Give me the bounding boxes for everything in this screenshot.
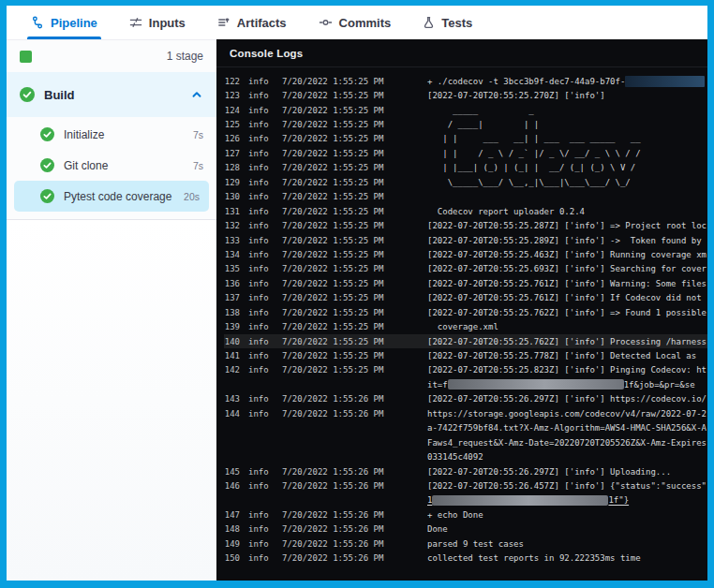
step-label: Git clone [64,159,108,172]
inputs-icon [129,16,142,29]
log-row[interactable]: 145info7/20/2022 1:55:26 PM[2022-07-20T2… [224,464,707,478]
log-row[interactable]: 126info7/20/2022 1:55:25 PM | | ___ __| … [224,132,707,146]
log-row[interactable]: 140info7/20/2022 1:55:25 PM[2022-07-20T2… [224,334,707,348]
log-row[interactable]: 131info7/20/2022 1:55:25 PM Codecov repo… [224,204,707,218]
log-level: info [248,106,271,115]
log-link[interactable]: it=f [427,380,448,390]
log-link[interactable]: https://codecov.io/ [610,394,707,404]
log-level: info [248,481,271,491]
log-link[interactable]: 1f"} [608,495,629,505]
log-row[interactable]: 132info7/20/2022 1:55:25 PM[2022-07-20T2… [224,218,707,232]
log-link[interactable]: 1f&job=&pr=&se [624,380,695,390]
tab-tests[interactable]: Tests [421,6,474,39]
log-message: 11f"} [427,495,707,506]
log-text: | | ___ __| | ___ ___ _____ __ [427,134,641,143]
log-row[interactable]: 134info7/20/2022 1:55:25 PM[2022-07-20T2… [224,247,707,261]
success-check-icon [40,127,54,141]
tab-commits[interactable]: Commits [317,6,394,39]
log-line-number: 127 [224,149,240,158]
log-link[interactable]: Faws4_request&X-Amz-Date=20220720T205526… [427,438,707,448]
tab-inputs[interactable]: Inputs [127,6,187,39]
log-timestamp: 7/20/2022 1:55:25 PM [282,163,427,172]
log-level: info [248,510,271,520]
tab-label: Pipeline [51,16,97,30]
log-message: collected test reports in 92.222353ms ti… [427,553,707,563]
log-row[interactable]: 130info7/20/2022 1:55:25 PM [224,190,707,204]
log-row[interactable]: 139info7/20/2022 1:55:25 PM coverage.xml [224,319,707,333]
stage-build-header[interactable]: Build [7,72,216,117]
log-row[interactable]: 148info7/20/2022 1:55:26 PMDone [224,522,707,537]
log-message: [2022-07-20T20:55:25.270Z] ['info'] [427,91,707,100]
log-level: info [248,467,271,477]
log-row[interactable]: 147info7/20/2022 1:55:26 PM+ echo Done [224,507,707,522]
log-row[interactable]: 137info7/20/2022 1:55:25 PM[2022-07-20T2… [224,291,707,305]
log-row[interactable]: a-7422f759bf84.txt?X-Amz-Algorithm=AWS4-… [224,421,707,435]
log-row[interactable]: 143info7/20/2022 1:55:26 PM[2022-07-20T2… [224,392,707,406]
log-row[interactable]: 129info7/20/2022 1:55:25 PM \_____\___/ … [224,175,707,189]
log-link[interactable]: ht [696,365,707,375]
log-level: info [248,539,271,549]
log-level: info [248,91,271,100]
log-line-number: 132 [224,221,240,230]
log-timestamp: 7/20/2022 1:55:25 PM [282,308,427,317]
log-link[interactable]: https://storage.googleapis.com/codecov/v… [427,409,707,419]
log-row[interactable]: 127info7/20/2022 1:55:25 PM | | / _ \ / … [224,146,707,160]
log-row[interactable]: 124info7/20/2022 1:55:25 PM _____ _ [224,103,707,117]
sidebar-empty-area [7,220,216,581]
log-row[interactable]: 138info7/20/2022 1:55:25 PM[2022-07-20T2… [224,305,707,319]
log-row[interactable]: 141info7/20/2022 1:55:25 PM[2022-07-20T2… [224,348,707,362]
log-row[interactable]: 150info7/20/2022 1:55:26 PMcollected tes… [224,551,707,565]
log-row[interactable]: 033145c4092 [224,449,707,463]
chevron-up-icon[interactable] [190,88,203,101]
log-timestamp: 7/20/2022 1:55:25 PM [282,106,427,115]
log-row[interactable]: 125info7/20/2022 1:55:25 PM / ____| | | [224,117,707,131]
log-row[interactable]: 135info7/20/2022 1:55:25 PM[2022-07-20T2… [224,262,707,276]
log-row[interactable]: 123info7/20/2022 1:55:25 PM[2022-07-20T2… [224,88,707,102]
log-row[interactable]: 128info7/20/2022 1:55:25 PM | |___| (_) … [224,161,707,175]
tab-pipeline[interactable]: Pipeline [29,6,99,39]
log-message: 033145c4092 [427,452,707,462]
log-line-number: 130 [224,192,240,201]
log-row[interactable]: 144info7/20/2022 1:55:26 PMhttps://stora… [224,406,707,420]
log-level: info [248,553,271,563]
log-row[interactable]: 149info7/20/2022 1:55:26 PMparsed 9 test… [224,537,707,551]
console-log-body[interactable]: 122info7/20/2022 1:55:25 PM+ ./codecov -… [216,67,707,581]
tab-artifacts[interactable]: Artifacts [216,6,289,39]
log-message: [2022-07-20T20:55:25.287Z] ['info'] => P… [427,221,707,230]
log-timestamp: 7/20/2022 1:55:26 PM [282,524,427,534]
log-row[interactable]: 146info7/20/2022 1:55:26 PM[2022-07-20T2… [224,478,707,492]
step-pytest-code-coverage[interactable]: Pytest code coverage 20s [14,181,209,212]
log-line-number: 149 [224,539,240,549]
log-level: info [248,163,271,172]
log-link[interactable]: a-7422f759bf84.txt?X-Amz-Algorithm=AWS4-… [427,423,707,433]
step-git-clone[interactable]: Git clone 7s [7,150,216,181]
log-message: + echo Done [427,510,707,520]
log-text: coverage.xml [427,322,498,331]
log-timestamp: 7/20/2022 1:55:26 PM [282,409,427,419]
log-level: info [248,236,271,245]
log-level: info [248,149,271,158]
log-row[interactable]: 136info7/20/2022 1:55:25 PM[2022-07-20T2… [224,276,707,290]
log-row[interactable]: 122info7/20/2022 1:55:25 PM+ ./codecov -… [224,74,707,88]
log-level: info [248,178,271,187]
log-row[interactable]: it=f1f&job=&pr=&se [224,377,707,391]
log-timestamp: 7/20/2022 1:55:26 PM [282,510,427,520]
log-timestamp: 7/20/2022 1:55:25 PM [282,322,427,331]
log-timestamp: 7/20/2022 1:55:26 PM [282,553,427,563]
log-message: [2022-07-20T20:55:26.457Z] ['info'] {"st… [427,481,707,491]
log-row[interactable]: 142info7/20/2022 1:55:25 PM[2022-07-20T2… [224,363,707,377]
log-message: [2022-07-20T20:55:25.761Z] ['info'] If C… [427,293,707,302]
log-row[interactable]: Faws4_request&X-Amz-Date=20220720T205526… [224,435,707,449]
step-duration: 20s [184,191,200,202]
log-link[interactable]: 033145c4092 [427,452,483,462]
step-initialize[interactable]: Initialize 7s [7,119,216,150]
log-timestamp: 7/20/2022 1:55:26 PM [282,394,427,404]
log-line-number: 142 [224,365,240,375]
success-check-icon [40,189,54,203]
log-timestamp: 7/20/2022 1:55:25 PM [282,264,427,273]
log-row[interactable]: 11f"} [224,493,707,507]
pipeline-icon [31,16,44,29]
log-message: [2022-07-20T20:55:25.761Z] ['info'] Warn… [427,279,707,288]
log-row[interactable]: 133info7/20/2022 1:55:25 PM[2022-07-20T2… [224,233,707,247]
stage-summary-row: 1 stage [7,40,216,72]
